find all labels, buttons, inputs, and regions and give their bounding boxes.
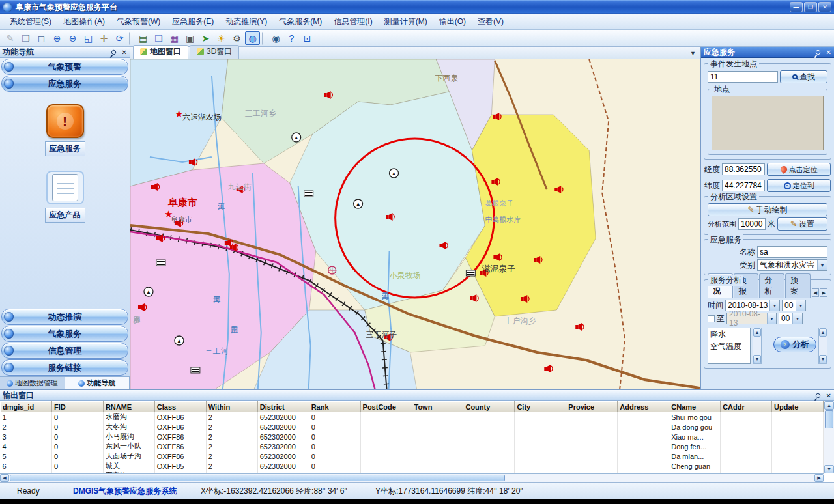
globe-service-icon[interactable]: ◍ (245, 31, 260, 45)
table-row[interactable]: 60城关OXFF8526523020000Cheng guan (1, 461, 824, 471)
nav-weather-service[interactable]: 气象服务 (1, 326, 128, 342)
pin-icon[interactable] (110, 49, 117, 55)
restore-button[interactable]: ❐ (804, 2, 817, 12)
eye-icon[interactable]: ◉ (268, 31, 283, 45)
copy-select-icon[interactable]: ❐ (18, 31, 33, 45)
close-icon[interactable]: ✕ (826, 49, 831, 56)
tab-scroll-left-icon[interactable]: ◀ (812, 288, 820, 297)
pointer-icon[interactable]: ➤ (198, 31, 213, 45)
scroll-right-icon[interactable]: ▶ (814, 474, 824, 482)
shortcut-emergency-product[interactable]: 应急产品 (45, 171, 85, 223)
column-header[interactable]: Update (772, 402, 824, 412)
column-header[interactable]: FID (51, 402, 103, 412)
menu-item[interactable]: 测量计算(M) (379, 14, 433, 30)
column-header[interactable]: District (257, 402, 309, 412)
menu-item[interactable]: 查看(V) (472, 14, 510, 30)
station-marker[interactable]: ▲ (175, 336, 184, 345)
latitude-input[interactable] (722, 180, 765, 191)
tab-plan[interactable]: 预案 (785, 273, 811, 298)
add-data-icon[interactable]: ❏ (151, 31, 166, 45)
manual-draw-button[interactable]: ✎ 手动绘制 (708, 203, 827, 216)
service-name-input[interactable] (757, 246, 827, 258)
column-header[interactable]: Address (618, 402, 669, 412)
click-locate-button[interactable]: 点击定位 (767, 163, 831, 176)
to-date-select[interactable]: 2010-08-13 ▼ (726, 313, 777, 324)
tab-function-nav[interactable]: 功能导航 (65, 377, 130, 389)
select-rect-icon[interactable]: ◻ (34, 31, 49, 45)
wheel-marker[interactable] (328, 266, 336, 274)
close-button[interactable]: ✕ (818, 2, 831, 12)
range-input[interactable] (738, 218, 766, 230)
nav-dynamic-deduction[interactable]: 动态推演 (1, 309, 128, 325)
layers-icon[interactable]: ▤ (136, 31, 151, 45)
nav-weather-warning[interactable]: 气象预警 (1, 59, 128, 75)
to-checkbox[interactable] (708, 315, 715, 322)
to-hour-select[interactable]: 00 ▼ (779, 313, 803, 324)
column-header[interactable]: CAddr (721, 402, 772, 412)
image-export-icon[interactable]: ▦ (167, 31, 182, 45)
table-row[interactable]: 30小马厩沟OXFF8626523020000Xiao ma... (1, 432, 824, 441)
column-header[interactable]: PostCode (360, 402, 412, 412)
flag-marker[interactable] (304, 191, 313, 197)
menu-item[interactable]: 输出(O) (433, 14, 472, 30)
map[interactable]: ★★▲▲▲▲▲下西泉六运湖农场三工河乡阜康市阜康市九运街葛根泉子中葛根水库滋泥泉… (130, 59, 700, 389)
menu-item[interactable]: 信息管理(I) (328, 14, 378, 30)
scroll-up-icon[interactable]: ▲ (753, 328, 761, 337)
column-header[interactable]: County (463, 402, 515, 412)
close-icon[interactable]: ✕ (122, 49, 127, 56)
column-header[interactable]: Within (206, 402, 257, 412)
zoom-in-icon[interactable]: ⊕ (50, 31, 65, 45)
refresh-icon[interactable]: ⟳ (112, 31, 127, 45)
close-icon[interactable]: ✕ (826, 392, 831, 399)
station-marker[interactable]: ▲ (390, 169, 399, 178)
menu-item[interactable]: 地图操作(A) (57, 14, 111, 30)
service-type-select[interactable]: 气象和洪水灾害 ▼ (757, 259, 827, 271)
settings-gear-icon[interactable]: ⚙ (229, 31, 244, 45)
nav-service-links[interactable]: 服务链接 (1, 359, 128, 376)
column-header[interactable]: CName (669, 402, 721, 412)
flag-marker[interactable] (466, 270, 475, 276)
scroll-left-icon[interactable]: ◀ (0, 474, 9, 482)
tab-map-window[interactable]: 地图窗口 (133, 45, 188, 59)
map-canvas[interactable]: ★★▲▲▲▲▲下西泉六运湖农场三工河乡阜康市阜康市九运街葛根泉子中葛根水库滋泥泉… (130, 59, 700, 389)
map-tab-dropdown-icon[interactable]: ▼ (690, 50, 696, 57)
toolbar-button[interactable] (129, 32, 134, 45)
menu-item[interactable]: 系统管理(S) (4, 14, 57, 30)
menu-item[interactable]: 动态推演(Y) (220, 14, 273, 30)
column-header[interactable]: Class (154, 402, 206, 412)
scrollbar-thumb[interactable] (825, 410, 833, 428)
table-row[interactable]: 20大冬沟OXFF8626523020000Da dong gou (1, 422, 824, 432)
table-row[interactable]: 50大面场子沟OXFF8626523020000Da mian... (1, 451, 824, 461)
pan-hand-icon[interactable]: ✛ (96, 31, 111, 45)
column-header[interactable]: City (515, 402, 566, 412)
zoom-window-icon[interactable]: ◱ (81, 31, 96, 45)
toolbar-button[interactable] (262, 32, 266, 45)
time-hour-select[interactable]: 00 ▼ (782, 300, 806, 311)
place-list[interactable] (712, 96, 824, 150)
menu-item[interactable]: 气象服务(M) (273, 14, 328, 30)
tab-analysis[interactable]: 分析 (759, 273, 784, 298)
scroll-down-icon[interactable]: ▼ (753, 355, 761, 363)
minimize-button[interactable]: — (790, 2, 803, 12)
horizontal-scrollbar[interactable]: ◀ ▶ (0, 473, 824, 482)
tab-map-data-management[interactable]: 地图数据管理 (0, 377, 65, 389)
nav-info-management[interactable]: 信息管理 (1, 343, 128, 359)
station-marker[interactable]: ▲ (292, 133, 301, 142)
column-header[interactable]: Rank (309, 402, 360, 412)
edit-pencil-icon[interactable]: ✎ (3, 31, 18, 45)
scroll-down-icon[interactable]: ▼ (824, 465, 834, 473)
scroll-up-icon[interactable]: ▲ (824, 401, 834, 410)
station-marker[interactable]: ▲ (144, 287, 153, 296)
location-search-input[interactable] (708, 71, 778, 83)
print-icon[interactable]: ▣ (182, 31, 197, 45)
scroll-up-icon[interactable]: ▲ (819, 328, 827, 337)
pin-icon[interactable] (814, 49, 821, 55)
set-range-button[interactable]: ✎ 设置 (777, 217, 827, 231)
vertical-scrollbar[interactable]: ▲ ▼ (824, 401, 834, 473)
analysis-item[interactable]: 空气温度 (708, 341, 750, 353)
scrollbar-thumb[interactable] (10, 475, 505, 481)
help-icon[interactable]: ? (284, 31, 299, 45)
flag-marker[interactable] (156, 260, 165, 266)
longitude-input[interactable] (722, 163, 765, 175)
zoom-out-icon[interactable]: ⊖ (65, 31, 80, 45)
